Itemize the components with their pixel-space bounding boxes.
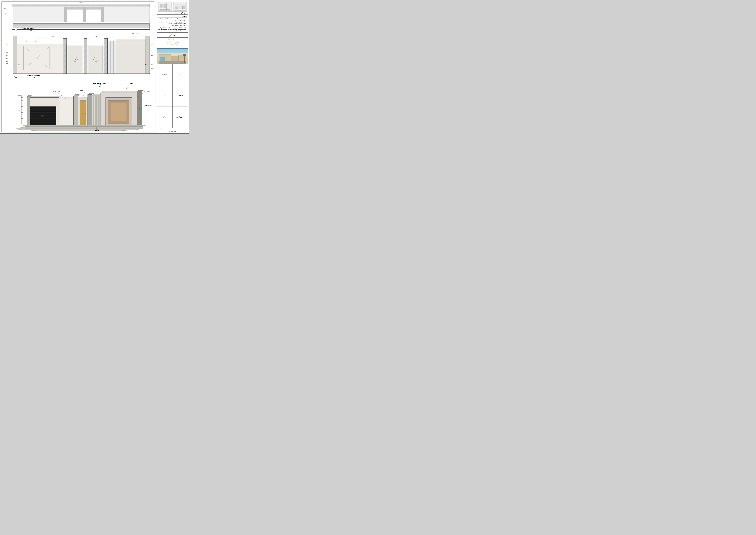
- svg-marker-121: [22, 125, 146, 127]
- svg-rect-20: [13, 7, 65, 22]
- elevation-title: واجهة السور الخارجي: [26, 74, 40, 76]
- note-text-1: يجب مراجعة جميع المخططات المعمارية والإن…: [158, 18, 186, 21]
- svg-rect-109: [94, 96, 96, 127]
- date-value-cell: 12/2023: [173, 85, 188, 106]
- sheet-name-value-cell: تصميم السور: [173, 106, 188, 127]
- drawing-border: 0.69 3.05: [2, 2, 154, 132]
- note-text-4: الأكواد تم أخذها من الشركات ويجب على الم…: [158, 27, 186, 31]
- drawing-key-label: مفتاح الرسم: [158, 12, 187, 14]
- sheet-name-label: اسم اللوحة: [162, 116, 167, 118]
- elev-dim-456: 4.56: [145, 64, 147, 65]
- height-405: +4.05: [136, 33, 139, 34]
- left-dim-099: 0.99: [6, 42, 8, 42]
- note-bullet-2: ●: [186, 21, 187, 23]
- elev-dim-135: 1.35: [26, 41, 27, 42]
- thumbnail-1: [158, 2, 172, 11]
- svg-rect-69: [116, 39, 149, 74]
- left-dim-305: 3.05: [4, 13, 6, 14]
- sheet-name-value: تصميم السور: [176, 116, 184, 118]
- plan-section-number: 1: [15, 29, 16, 30]
- dim-vert-small: 0.65: [10, 69, 12, 70]
- consultant-label: استشاري المشروع: [168, 39, 176, 40]
- label-ln-s-white-right: LN-S-White: [145, 105, 152, 106]
- note-bullet-1: ●: [186, 18, 187, 20]
- sheet-name-label-cell: اسم اللوحة: [157, 106, 173, 127]
- sheet-number-label: رقم اللوحة: [162, 74, 167, 75]
- svg-rect-23: [101, 7, 104, 22]
- svg-marker-114: [100, 91, 140, 93]
- note-text-2: مقاس الأبواب والشبابيك بالمخططات بعد الت…: [158, 21, 186, 24]
- height-350-right: +3.50: [95, 36, 97, 37]
- label-tubes: Tubes: [98, 86, 102, 87]
- svg-marker-93: [73, 95, 79, 96]
- svg-rect-22: [83, 7, 86, 22]
- left-dim-040: 0.40: [6, 58, 8, 59]
- label-ln-s-white-left: LN-S-White: [53, 91, 60, 92]
- svg-rect-21: [64, 7, 67, 22]
- title-block-inner: مفتاح الرسم ملاحظات ● يجب مراجعة جميع ال…: [157, 1, 188, 133]
- svg-rect-151: [159, 61, 186, 64]
- note-1: ● يجب مراجعة جميع المخططات المعمارية وال…: [158, 18, 187, 21]
- project-title-section: مشروع فيلا سكنية: [157, 33, 188, 38]
- label-ln-g-0020: LN-G-0020: [144, 91, 150, 93]
- project-type-label: مشروع: [158, 33, 187, 35]
- note-3: ● لا يوجد بمقياس الرسم علي اللوحة.: [158, 25, 187, 26]
- svg-rect-52: [64, 39, 67, 73]
- date-label-cell: تاريخ:: [157, 85, 173, 106]
- elevation-section-number: 2: [15, 76, 16, 77]
- key-thumbnails: [158, 2, 187, 11]
- thumbnail-2: [173, 2, 187, 11]
- svg-rect-62: [104, 39, 107, 73]
- left-dim-069: 0.69: [4, 8, 6, 9]
- drawing-key-section: مفتاح الرسم: [157, 1, 188, 15]
- svg-rect-90: [59, 98, 74, 127]
- plan-title: مسقط أفقي للسور: [22, 27, 34, 29]
- photo-building: [157, 53, 188, 64]
- technical-drawing: 0.69 3.05: [2, 2, 154, 132]
- page-container: 0.69 3.05: [0, 0, 189, 134]
- left-dim-130: 1.30: [6, 52, 8, 53]
- drawing-area: 0.69 3.05: [0, 0, 156, 133]
- svg-marker-81: [28, 96, 61, 98]
- right-dim4: 0.65: [151, 68, 153, 69]
- scale-row: مقياس الرسم: [157, 128, 188, 130]
- right-dim2: 4.50: [151, 55, 153, 56]
- notes-header: ملاحظات: [158, 15, 187, 17]
- scale-main-label: مقياس الرسم: [158, 128, 164, 129]
- svg-rect-44: [13, 36, 17, 74]
- svg-rect-120: [25, 127, 143, 129]
- svg-rect-145: [175, 7, 178, 9]
- as-indicated-text: As indicated: [169, 130, 176, 132]
- label-wpc: WPC Wooden Tubes: [93, 82, 106, 84]
- note-2: ● مقاس الأبواب والشبابيك بالمخططات بعد ا…: [158, 21, 187, 24]
- sheet-number-label-cell: رقم اللوحة: [157, 64, 173, 85]
- svg-rect-108: [93, 96, 94, 127]
- svg-rect-92: [73, 96, 78, 127]
- logo-icon: ✦: [167, 41, 172, 45]
- sheet-number-value: 15: [179, 73, 181, 75]
- svg-marker-95: [78, 97, 89, 99]
- date-value: 12/2023: [178, 95, 183, 97]
- label-travertine: ترافنتين: [94, 129, 99, 131]
- svg-rect-150: [160, 57, 165, 61]
- svg-rect-87: [41, 115, 43, 117]
- label-grc-right: GRC: [130, 83, 133, 85]
- svg-rect-96: [80, 100, 86, 127]
- svg-rect-88: [27, 97, 30, 127]
- sheet-number-row: رقم اللوحة 15: [157, 64, 188, 85]
- date-label: تاريخ:: [164, 95, 166, 96]
- left-dim-015: 0.15: [6, 63, 8, 64]
- as-indicated-section: As indicated: [157, 130, 188, 133]
- svg-rect-70: [146, 36, 149, 74]
- svg-rect-59: [89, 46, 102, 73]
- left-dim-050: 0.50: [6, 39, 8, 39]
- svg-rect-127: [21, 95, 21, 124]
- svg-rect-25: [13, 23, 149, 26]
- svg-rect-111: [98, 96, 99, 127]
- elev-dim-151: 1.51: [35, 41, 37, 42]
- height-350-left: +3.50: [52, 36, 54, 37]
- svg-rect-8: [12, 4, 149, 6]
- svg-marker-91: [59, 97, 76, 99]
- elev-dim-455: 4.55: [18, 64, 20, 65]
- elev-dim-290: 2.90: [18, 43, 20, 43]
